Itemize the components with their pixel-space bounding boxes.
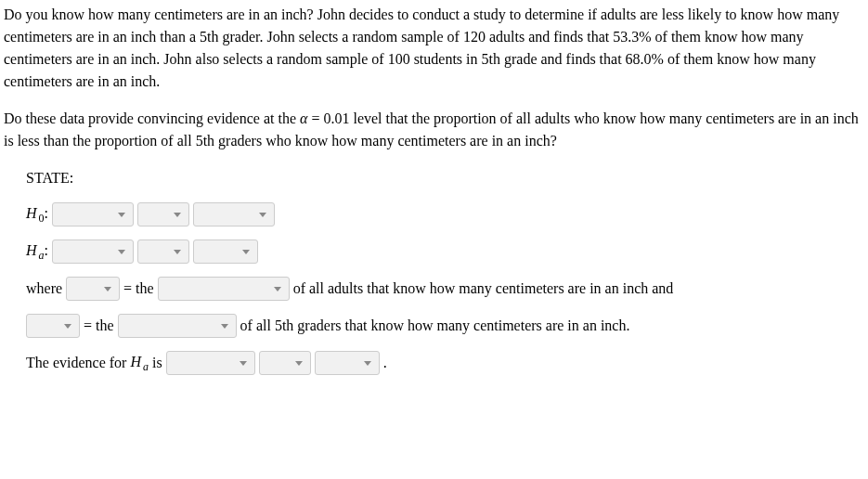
chevron-down-icon bbox=[364, 361, 371, 366]
equals-the-2: = the bbox=[84, 315, 114, 337]
evidence-post-text: is bbox=[152, 352, 162, 374]
chevron-down-icon bbox=[118, 250, 125, 254]
ha-label: Ha: bbox=[26, 240, 48, 264]
evidence-ha-letter: H bbox=[130, 354, 141, 369]
evidence-dropdown-3[interactable] bbox=[315, 351, 380, 375]
ha-param-dropdown[interactable] bbox=[52, 240, 134, 264]
evidence-dropdown-1[interactable] bbox=[166, 351, 255, 375]
ha-letter: H bbox=[26, 242, 37, 258]
chevron-down-icon bbox=[295, 361, 303, 366]
evidence-ha-label: Ha bbox=[130, 351, 149, 375]
ha-operator-dropdown[interactable] bbox=[137, 240, 189, 264]
chevron-down-icon bbox=[221, 324, 228, 329]
where-desc1-dropdown[interactable] bbox=[158, 277, 290, 301]
chevron-down-icon bbox=[259, 213, 266, 217]
chevron-down-icon bbox=[274, 287, 281, 291]
evidence-dropdown-2[interactable] bbox=[259, 351, 311, 375]
chevron-down-icon bbox=[118, 213, 125, 217]
where-text: where bbox=[26, 278, 62, 300]
chevron-down-icon bbox=[174, 250, 181, 254]
h0-value-dropdown[interactable] bbox=[193, 202, 275, 227]
ha-colon: : bbox=[45, 242, 48, 258]
chevron-down-icon bbox=[104, 287, 111, 291]
evidence-period: . bbox=[383, 352, 387, 374]
equals-the-1: = the bbox=[123, 278, 154, 300]
chevron-down-icon bbox=[64, 324, 71, 329]
adults-tail-text: of all adults that know how many centime… bbox=[293, 278, 674, 300]
chevron-down-icon bbox=[174, 213, 181, 217]
chevron-down-icon bbox=[242, 250, 250, 254]
chevron-down-icon bbox=[240, 361, 247, 366]
h0-param-dropdown[interactable] bbox=[52, 202, 134, 227]
h0-label: H0: bbox=[26, 202, 48, 227]
where-param1-dropdown[interactable] bbox=[66, 277, 120, 301]
evidence-pre-text: The evidence for bbox=[26, 352, 126, 374]
question-text-pre: Do these data provide convincing evidenc… bbox=[4, 110, 300, 126]
h0-letter: H bbox=[26, 205, 37, 221]
where-param2-dropdown[interactable] bbox=[26, 314, 80, 338]
state-heading: STATE: bbox=[26, 167, 73, 189]
where-desc2-dropdown[interactable] bbox=[118, 314, 237, 338]
ha-value-dropdown[interactable] bbox=[193, 240, 258, 264]
h0-operator-dropdown[interactable] bbox=[137, 202, 189, 227]
evidence-ha-subscript: a bbox=[143, 361, 149, 374]
h0-colon: : bbox=[45, 205, 48, 221]
question-paragraph: Do these data provide convincing evidenc… bbox=[4, 108, 864, 152]
graders-tail-text: of all 5th graders that know how many ce… bbox=[240, 315, 630, 337]
intro-paragraph: Do you know how many centimeters are in … bbox=[4, 4, 864, 93]
